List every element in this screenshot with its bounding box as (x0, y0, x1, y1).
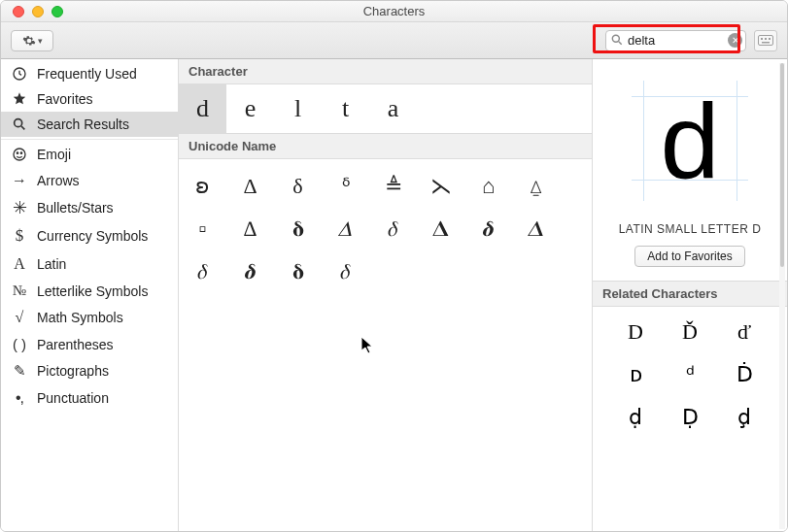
sidebar-item-frequently-used[interactable]: Frequently Used (1, 61, 178, 86)
related-character[interactable]: Ď (663, 315, 717, 349)
sidebar-item-pictographs[interactable]: ✎Pictographs (1, 357, 178, 384)
action-menu-button[interactable]: ▾ (11, 30, 53, 51)
toolbar: ▾ ✕ (1, 22, 787, 59)
unicode-result[interactable]: 𝛅 (274, 250, 322, 293)
svg-rect-6 (762, 42, 770, 44)
unicode-result[interactable]: 𝚫 (417, 208, 464, 250)
related-character[interactable]: D (608, 315, 663, 349)
sidebar-separator (1, 139, 178, 140)
unicode-result[interactable]: ᵟ (322, 165, 369, 208)
related-character[interactable]: Ḋ (717, 357, 771, 392)
sidebar-item-parentheses[interactable]: ( )Parentheses (1, 331, 178, 357)
related-characters-grid: DĎďᴅᵈḊḍḌḑ (593, 307, 787, 443)
character-result[interactable]: t (322, 84, 369, 133)
sidebar-item-label: Punctuation (37, 390, 109, 406)
unicode-result[interactable]: Δ (226, 165, 274, 208)
sidebar-item-label: Bullets/Stars (37, 200, 114, 216)
unicode-result[interactable]: ʚ (179, 165, 226, 208)
unicode-result[interactable]: 𝛅 (274, 208, 322, 250)
unicode-result[interactable]: ▫ (179, 208, 226, 250)
sidebar-item-bullets-stars[interactable]: ✳︎Bullets/Stars (1, 194, 178, 221)
sidebar-item-label: Pictographs (37, 363, 109, 379)
svg-line-9 (21, 126, 24, 129)
unicode-result[interactable]: δ (274, 165, 322, 208)
character-results-row: delta (179, 84, 592, 133)
sidebar-item-label: Currency Symbols (37, 228, 148, 244)
unicode-name-section-header: Unicode Name (179, 133, 592, 159)
glyph-preview: d (593, 59, 787, 215)
svg-rect-5 (769, 38, 771, 40)
category-sidebar: Frequently UsedFavoritesSearch Results E… (1, 59, 179, 531)
emoji-icon (11, 147, 28, 162)
svg-rect-4 (765, 38, 767, 40)
unicode-result[interactable]: 𝜟 (512, 208, 560, 250)
keyboard-viewer-button[interactable] (754, 30, 777, 51)
unicode-result[interactable]: ⋋ (417, 165, 464, 208)
unicode-result[interactable]: 𝜹 (226, 250, 274, 293)
sidebar-item-label: Emoji (37, 147, 71, 162)
detail-scrollbar[interactable] (779, 63, 785, 529)
svg-point-11 (17, 152, 17, 153)
sidebar-item-arrows[interactable]: →Arrows (1, 167, 178, 194)
related-character[interactable]: ď (717, 315, 771, 349)
sidebar-item-letterlike-symbols[interactable]: №Letterlike Symbols (1, 278, 178, 304)
unicode-result[interactable]: ⌂ (464, 165, 512, 208)
pictographs-icon: ✎ (11, 362, 28, 380)
search-icon (11, 116, 28, 132)
zoom-window-button[interactable] (51, 6, 63, 17)
search-field-container: ✕ (605, 30, 746, 51)
unicode-result[interactable]: 𝛥 (322, 208, 369, 250)
character-section-header: Character (179, 59, 592, 84)
unicode-result[interactable]: 𝜹 (464, 208, 512, 250)
related-character[interactable]: Ḍ (663, 400, 717, 435)
svg-rect-2 (759, 36, 773, 46)
star-icon (11, 91, 28, 107)
character-result[interactable]: e (226, 84, 274, 133)
add-to-favorites-button[interactable]: Add to Favorites (634, 246, 744, 267)
sidebar-item-latin[interactable]: ALatin (1, 250, 178, 278)
bullets-icon: ✳︎ (11, 199, 28, 216)
character-result[interactable]: l (274, 84, 322, 133)
sidebar-item-label: Math Symbols (37, 310, 123, 325)
close-icon: ✕ (732, 35, 739, 46)
unicode-result[interactable]: 𝛿 (369, 208, 417, 250)
unicode-result[interactable]: ∆ (226, 208, 274, 250)
close-window-button[interactable] (13, 6, 24, 17)
window-title: Characters (1, 4, 787, 18)
sidebar-item-favorites[interactable]: Favorites (1, 86, 178, 112)
sidebar-item-search-results[interactable]: Search Results (1, 112, 178, 137)
sidebar-item-math-symbols[interactable]: √Math Symbols (1, 304, 178, 331)
math-icon: √ (11, 309, 28, 326)
sidebar-item-currency-symbols[interactable]: $Currency Symbols (1, 221, 178, 250)
keyboard-icon (758, 35, 773, 46)
sidebar-item-label: Latin (37, 256, 66, 272)
related-character[interactable]: ḑ (717, 400, 771, 435)
character-name-label: LATIN SMALL LETTER D (593, 215, 787, 246)
related-character[interactable]: ᵈ (663, 357, 717, 392)
sidebar-item-label: Letterlike Symbols (37, 283, 148, 299)
svg-point-10 (14, 149, 25, 160)
search-input[interactable] (605, 30, 746, 51)
chevron-down-icon: ▾ (38, 36, 43, 46)
unicode-result[interactable]: ⍙ (512, 165, 560, 208)
unicode-result[interactable]: 𝛿 (322, 250, 369, 293)
character-result[interactable]: d (179, 84, 226, 133)
sidebar-item-punctuation[interactable]: •,Punctuation (1, 384, 178, 412)
related-character[interactable]: ḍ (608, 400, 663, 435)
clear-search-button[interactable]: ✕ (728, 33, 742, 48)
sidebar-item-label: Favorites (37, 91, 93, 107)
title-bar: Characters (1, 1, 787, 22)
unicode-result[interactable]: 𝛿 (179, 250, 226, 293)
sidebar-item-emoji[interactable]: Emoji (1, 142, 178, 167)
related-character[interactable]: ᴅ (608, 357, 663, 392)
character-result[interactable]: a (369, 84, 417, 133)
sidebar-item-label: Frequently Used (37, 66, 137, 82)
parentheses-icon: ( ) (11, 336, 28, 352)
punctuation-icon: •, (11, 389, 28, 407)
unicode-results-grid: ʚΔδᵟ≜⋋⌂⍙▫∆𝛅𝛥𝛿𝚫𝜹𝜟𝛿𝜹𝛅𝛿 (179, 159, 592, 531)
minimize-window-button[interactable] (32, 6, 44, 17)
sidebar-item-label: Search Results (37, 116, 129, 132)
svg-point-8 (15, 119, 22, 127)
unicode-result[interactable]: ≜ (369, 165, 417, 208)
results-panel: Character delta Unicode Name ʚΔδᵟ≜⋋⌂⍙▫∆𝛅… (179, 59, 593, 531)
